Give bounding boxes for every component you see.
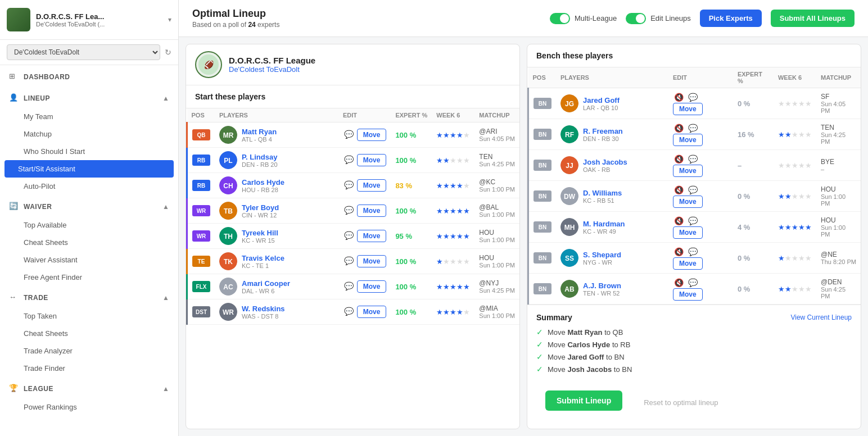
move-button[interactable]: Move	[673, 226, 703, 239]
chat-icon-button[interactable]: 💬	[343, 230, 355, 241]
chat-icon-button[interactable]: 💬	[687, 215, 699, 226]
bench-col-matchup: MATCHUP	[816, 67, 861, 88]
sidebar-chevron-icon[interactable]: ▾	[168, 16, 171, 24]
sidebar-item-top-taken[interactable]: Top Taken	[0, 307, 178, 325]
pos-cell: DST	[187, 299, 215, 325]
move-button[interactable]: Move	[673, 257, 703, 270]
move-button[interactable]: Move	[357, 255, 387, 267]
move-button[interactable]: Move	[357, 230, 387, 242]
expert-pct: 0 %	[738, 99, 750, 108]
start-panel-header: Start these players	[186, 85, 519, 108]
stars-display: ★★★★★	[778, 223, 812, 231]
lineup-collapse-icon[interactable]: ▲	[162, 94, 169, 102]
move-button[interactable]: Move	[673, 165, 703, 177]
chat-icon-button[interactable]: 💬	[687, 153, 699, 165]
stars-display: ★★★★★	[778, 285, 812, 293]
trade-collapse-icon[interactable]: ▲	[162, 294, 169, 302]
submit-all-button[interactable]: Submit All Lineups	[771, 10, 855, 27]
waiver-collapse-icon[interactable]: ▲	[162, 203, 169, 211]
mute-icon-button[interactable]: 🔇	[673, 153, 685, 165]
submit-lineup-button[interactable]: Submit Lineup	[545, 390, 622, 411]
stars-display: ★★★★★	[778, 192, 812, 201]
chat-icon-button[interactable]: 💬	[343, 179, 355, 190]
league-team: De'Coldest ToEvaDolt	[229, 65, 315, 74]
league-select[interactable]: De'Coldest ToEvaDolt	[7, 44, 160, 60]
table-row: WR TH Tyreek Hill KC - WR 15 💬 Move 95 %…	[187, 224, 520, 249]
player-name: Tyler Boyd	[242, 203, 279, 212]
stars-display: ★★★★★	[436, 131, 470, 139]
chat-icon-button[interactable]: 💬	[343, 129, 355, 140]
sidebar-item-power-rankings[interactable]: Power Rankings	[0, 398, 178, 416]
pos-cell: QB	[187, 122, 215, 148]
move-button[interactable]: Move	[357, 306, 387, 318]
league-collapse-icon[interactable]: ▲	[162, 385, 169, 393]
edit-lineups-toggle[interactable]	[626, 13, 646, 24]
sidebar-item-top-available[interactable]: Top Available	[0, 216, 178, 234]
league-label: LEAGUE	[24, 385, 162, 393]
sidebar-item-cheat-sheets-waiver[interactable]: Cheat Sheets	[0, 234, 178, 251]
chat-icon-button[interactable]: 💬	[343, 205, 355, 216]
sidebar-section-trade: ↔ TRADE ▲ Top Taken Cheat Sheets Trade A…	[0, 286, 178, 377]
sidebar-item-who-should-start[interactable]: Who Should I Start	[0, 143, 178, 160]
chat-icon-button[interactable]: 💬	[687, 246, 699, 257]
sidebar-item-trade-analyzer[interactable]: Trade Analyzer	[0, 342, 178, 360]
chat-icon-button[interactable]: 💬	[687, 92, 699, 103]
sidebar-item-waiver-assistant[interactable]: Waiver Assistant	[0, 251, 178, 269]
move-button[interactable]: Move	[673, 196, 703, 208]
move-button[interactable]: Move	[673, 134, 703, 146]
player-info: PL P. Lindsay DEN - RB 20	[219, 151, 334, 169]
avatar: TB	[219, 202, 237, 220]
mute-icon-button[interactable]: 🔇	[673, 92, 685, 103]
move-button[interactable]: Move	[357, 280, 387, 293]
move-button[interactable]: Move	[357, 129, 387, 141]
stars-display: ★★★★★	[436, 283, 470, 291]
player-details: Jared Goff LAR - QB 10	[583, 96, 620, 111]
chat-icon-button[interactable]: 💬	[343, 154, 355, 165]
sidebar-item-matchup[interactable]: Matchup	[0, 125, 178, 143]
mute-icon-button[interactable]: 🔇	[673, 246, 685, 257]
chat-icon-button[interactable]: 💬	[343, 255, 355, 266]
mute-icon-button[interactable]: 🔇	[673, 122, 685, 134]
mute-icon-button[interactable]: 🔇	[673, 277, 685, 288]
bench-expert-cell: 0 %	[733, 181, 774, 212]
pick-experts-button[interactable]: Pick Experts	[700, 10, 762, 27]
view-current-lineup-link[interactable]: View Current Lineup	[790, 314, 852, 321]
bench-stars-cell: ★★★★★	[774, 181, 816, 212]
player-meta: LAR - QB 10	[583, 105, 620, 111]
pos-cell: RB	[187, 173, 215, 198]
bench-matchup-cell: HOU Sun 1:00 PM	[816, 181, 861, 212]
matchup-time: Sun 1:00 PM	[821, 224, 856, 238]
expert-pct: 0 %	[738, 285, 750, 293]
pos-badge: DST	[192, 306, 210, 317]
chat-icon-button[interactable]: 💬	[687, 122, 699, 134]
sidebar-item-start-sit[interactable]: Start/Sit Assistant	[4, 160, 174, 178]
chat-icon-button[interactable]: 💬	[343, 280, 355, 292]
mute-icon-button[interactable]: 🔇	[673, 215, 685, 226]
move-button[interactable]: Move	[673, 103, 703, 115]
chat-icon-button[interactable]: 💬	[343, 306, 355, 317]
sidebar-item-trade-finder[interactable]: Trade Finder	[0, 360, 178, 377]
bench-edit-cell: 🔇 💬 Move	[668, 181, 733, 212]
move-button[interactable]: Move	[357, 205, 387, 217]
expert-cell: 100 %	[391, 274, 432, 299]
chat-icon-button[interactable]: 💬	[687, 184, 699, 196]
refresh-button[interactable]: ↻	[165, 48, 171, 57]
sidebar-item-cheat-sheets-trade[interactable]: Cheat Sheets	[0, 325, 178, 342]
chat-icon-button[interactable]: 💬	[687, 277, 699, 288]
svg-text:AB: AB	[564, 285, 575, 293]
move-button[interactable]: Move	[357, 179, 387, 192]
stars-display: ★★★★★	[436, 257, 470, 266]
player-cell: TK Travis Kelce KC - TE 1	[215, 249, 338, 274]
sidebar-item-free-agent-finder[interactable]: Free Agent Finder	[0, 269, 178, 286]
move-button[interactable]: Move	[357, 154, 387, 166]
mute-icon-button[interactable]: 🔇	[673, 184, 685, 196]
sidebar-item-auto-pilot[interactable]: Auto-Pilot	[0, 178, 178, 195]
player-details: Carlos Hyde HOU - RB 28	[242, 178, 284, 193]
sidebar-item-my-team[interactable]: My Team	[0, 108, 178, 125]
matchup-time: Sun 1:00 PM	[479, 186, 515, 193]
reset-lineup-button[interactable]: Reset to optimal lineup	[638, 393, 724, 412]
matchup-text: @NE	[821, 251, 856, 258]
move-button[interactable]: Move	[673, 288, 703, 301]
matchup-text: TEN	[821, 124, 856, 131]
multi-league-toggle[interactable]	[550, 13, 570, 24]
